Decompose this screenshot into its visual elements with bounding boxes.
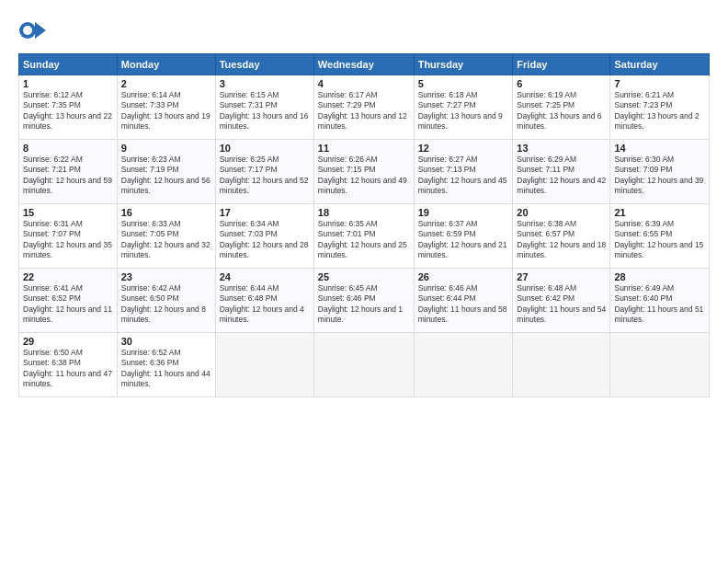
calendar-day-cell: 27Sunrise: 6:48 AMSunset: 6:42 PMDayligh… (513, 269, 610, 333)
day-number: 12 (418, 143, 509, 154)
day-info: Sunrise: 6:38 AMSunset: 6:57 PMDaylight:… (517, 219, 606, 261)
day-info: Sunrise: 6:42 AMSunset: 6:50 PMDaylight:… (121, 283, 211, 326)
calendar-day-cell: 12Sunrise: 6:27 AMSunset: 7:13 PMDayligh… (414, 140, 513, 204)
weekday-header-sunday: Sunday (19, 54, 118, 75)
day-info: Sunrise: 6:21 AMSunset: 7:23 PMDaylight:… (614, 90, 705, 132)
day-number: 25 (318, 271, 410, 282)
calendar-day-cell: 3Sunrise: 6:15 AMSunset: 7:31 PMDaylight… (215, 75, 313, 140)
day-info: Sunrise: 6:26 AMSunset: 7:15 PMDaylight:… (318, 155, 410, 197)
day-info: Sunrise: 6:23 AMSunset: 7:19 PMDaylight:… (121, 155, 211, 197)
day-number: 26 (418, 271, 509, 282)
calendar-day-cell (414, 333, 513, 397)
calendar-day-cell: 16Sunrise: 6:33 AMSunset: 7:05 PMDayligh… (117, 204, 215, 269)
day-info: Sunrise: 6:30 AMSunset: 7:09 PMDaylight:… (614, 155, 705, 197)
calendar-day-cell: 11Sunrise: 6:26 AMSunset: 7:15 PMDayligh… (313, 140, 414, 204)
calendar-day-cell: 28Sunrise: 6:49 AMSunset: 6:40 PMDayligh… (610, 269, 710, 333)
day-number: 13 (517, 143, 606, 154)
day-info: Sunrise: 6:52 AMSunset: 6:36 PMDaylight:… (121, 348, 211, 390)
calendar-day-cell: 9Sunrise: 6:23 AMSunset: 7:19 PMDaylight… (117, 140, 215, 204)
day-info: Sunrise: 6:17 AMSunset: 7:29 PMDaylight:… (318, 90, 410, 132)
day-number: 2 (121, 78, 211, 89)
calendar-day-cell: 24Sunrise: 6:44 AMSunset: 6:48 PMDayligh… (215, 269, 313, 333)
calendar-day-cell: 1Sunrise: 6:12 AMSunset: 7:35 PMDaylight… (19, 75, 118, 140)
day-number: 30 (121, 336, 211, 347)
calendar-day-cell: 23Sunrise: 6:42 AMSunset: 6:50 PMDayligh… (117, 269, 215, 333)
day-number: 19 (418, 207, 509, 218)
calendar-day-cell: 19Sunrise: 6:37 AMSunset: 6:59 PMDayligh… (414, 204, 513, 269)
calendar-week-row: 15Sunrise: 6:31 AMSunset: 7:07 PMDayligh… (19, 204, 710, 269)
day-number: 8 (23, 143, 113, 154)
day-info: Sunrise: 6:19 AMSunset: 7:25 PMDaylight:… (517, 90, 606, 132)
calendar-day-cell: 14Sunrise: 6:30 AMSunset: 7:09 PMDayligh… (610, 140, 710, 204)
day-info: Sunrise: 6:35 AMSunset: 7:01 PMDaylight:… (318, 219, 410, 261)
day-number: 23 (121, 271, 211, 282)
calendar-week-row: 29Sunrise: 6:50 AMSunset: 6:38 PMDayligh… (19, 333, 710, 397)
day-number: 10 (220, 143, 310, 154)
day-number: 5 (418, 78, 509, 89)
day-info: Sunrise: 6:45 AMSunset: 6:46 PMDaylight:… (318, 283, 410, 326)
day-info: Sunrise: 6:46 AMSunset: 6:44 PMDaylight:… (418, 283, 509, 326)
calendar-day-cell: 4Sunrise: 6:17 AMSunset: 7:29 PMDaylight… (313, 75, 414, 140)
day-number: 18 (318, 207, 410, 218)
day-info: Sunrise: 6:18 AMSunset: 7:27 PMDaylight:… (418, 90, 509, 132)
calendar-day-cell: 8Sunrise: 6:22 AMSunset: 7:21 PMDaylight… (19, 140, 118, 204)
day-number: 16 (121, 207, 211, 218)
day-number: 6 (517, 78, 606, 89)
day-number: 7 (614, 78, 705, 89)
day-number: 11 (318, 143, 410, 154)
day-info: Sunrise: 6:39 AMSunset: 6:55 PMDaylight:… (614, 219, 705, 261)
day-info: Sunrise: 6:41 AMSunset: 6:52 PMDaylight:… (23, 283, 113, 326)
calendar-day-cell: 5Sunrise: 6:18 AMSunset: 7:27 PMDaylight… (414, 75, 513, 140)
calendar-day-cell (313, 333, 414, 397)
calendar-day-cell: 26Sunrise: 6:46 AMSunset: 6:44 PMDayligh… (414, 269, 513, 333)
calendar-week-row: 1Sunrise: 6:12 AMSunset: 7:35 PMDaylight… (19, 75, 710, 140)
day-number: 27 (517, 271, 606, 282)
day-info: Sunrise: 6:22 AMSunset: 7:21 PMDaylight:… (23, 155, 113, 197)
day-info: Sunrise: 6:50 AMSunset: 6:38 PMDaylight:… (23, 348, 113, 390)
logo-icon (18, 17, 46, 48)
calendar-day-cell: 25Sunrise: 6:45 AMSunset: 6:46 PMDayligh… (313, 269, 414, 333)
day-info: Sunrise: 6:31 AMSunset: 7:07 PMDaylight:… (23, 219, 113, 261)
calendar-day-cell: 6Sunrise: 6:19 AMSunset: 7:25 PMDaylight… (513, 75, 610, 140)
weekday-header-friday: Friday (513, 54, 610, 75)
day-info: Sunrise: 6:49 AMSunset: 6:40 PMDaylight:… (614, 283, 705, 326)
day-info: Sunrise: 6:44 AMSunset: 6:48 PMDaylight:… (220, 283, 310, 326)
calendar-day-cell: 17Sunrise: 6:34 AMSunset: 7:03 PMDayligh… (215, 204, 313, 269)
calendar-day-cell: 10Sunrise: 6:25 AMSunset: 7:17 PMDayligh… (215, 140, 313, 204)
calendar-day-cell (610, 333, 710, 397)
day-info: Sunrise: 6:29 AMSunset: 7:11 PMDaylight:… (517, 155, 606, 197)
calendar-day-cell (215, 333, 313, 397)
day-info: Sunrise: 6:14 AMSunset: 7:33 PMDaylight:… (121, 90, 211, 132)
day-number: 9 (121, 143, 211, 154)
calendar-day-cell: 22Sunrise: 6:41 AMSunset: 6:52 PMDayligh… (19, 269, 118, 333)
day-number: 29 (23, 336, 113, 347)
calendar-day-cell: 18Sunrise: 6:35 AMSunset: 7:01 PMDayligh… (313, 204, 414, 269)
weekday-header-row: SundayMondayTuesdayWednesdayThursdayFrid… (19, 54, 710, 75)
day-number: 15 (23, 207, 113, 218)
day-info: Sunrise: 6:15 AMSunset: 7:31 PMDaylight:… (220, 90, 310, 132)
calendar-day-cell: 20Sunrise: 6:38 AMSunset: 6:57 PMDayligh… (513, 204, 610, 269)
day-number: 1 (23, 78, 113, 89)
day-info: Sunrise: 6:12 AMSunset: 7:35 PMDaylight:… (23, 90, 113, 132)
day-info: Sunrise: 6:48 AMSunset: 6:42 PMDaylight:… (517, 283, 606, 326)
day-number: 20 (517, 207, 606, 218)
day-number: 17 (220, 207, 310, 218)
calendar-day-cell: 13Sunrise: 6:29 AMSunset: 7:11 PMDayligh… (513, 140, 610, 204)
calendar-day-cell: 30Sunrise: 6:52 AMSunset: 6:36 PMDayligh… (117, 333, 215, 397)
calendar-day-cell (513, 333, 610, 397)
weekday-header-tuesday: Tuesday (215, 54, 313, 75)
day-number: 21 (614, 207, 705, 218)
day-info: Sunrise: 6:37 AMSunset: 6:59 PMDaylight:… (418, 219, 509, 261)
calendar-day-cell: 7Sunrise: 6:21 AMSunset: 7:23 PMDaylight… (610, 75, 710, 140)
calendar-day-cell: 29Sunrise: 6:50 AMSunset: 6:38 PMDayligh… (19, 333, 118, 397)
day-info: Sunrise: 6:27 AMSunset: 7:13 PMDaylight:… (418, 155, 509, 197)
day-number: 3 (220, 78, 310, 89)
svg-marker-1 (35, 22, 46, 39)
day-info: Sunrise: 6:33 AMSunset: 7:05 PMDaylight:… (121, 219, 211, 261)
weekday-header-monday: Monday (117, 54, 215, 75)
svg-point-2 (23, 26, 32, 35)
calendar-table: SundayMondayTuesdayWednesdayThursdayFrid… (18, 53, 710, 397)
weekday-header-saturday: Saturday (610, 54, 710, 75)
calendar-day-cell: 21Sunrise: 6:39 AMSunset: 6:55 PMDayligh… (610, 204, 710, 269)
logo (18, 17, 48, 48)
